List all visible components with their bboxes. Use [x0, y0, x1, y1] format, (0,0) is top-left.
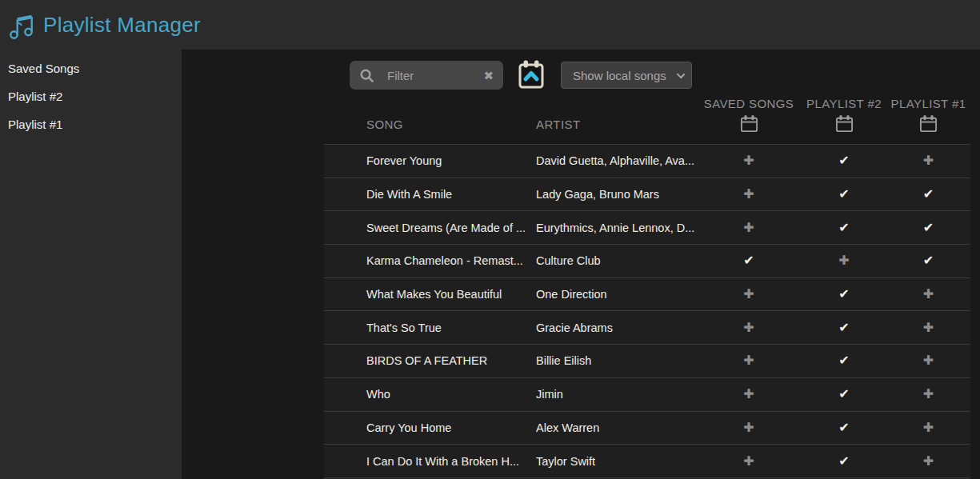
playlist-column-label: PLAYLIST #2	[806, 97, 882, 110]
song-row: Sweet Dreams (Are Made of ... Eurythmics…	[324, 210, 970, 244]
remove-from-playlist-check-icon[interactable]: ✔	[802, 455, 886, 468]
local-songs-select-wrap: Show local songs	[561, 62, 692, 89]
song-artist: One Direction	[536, 288, 696, 301]
sidebar-item-playlist-2[interactable]: Playlist #2	[0, 82, 182, 110]
song-row: Karma Chameleon - Remast... Culture Club…	[324, 244, 970, 277]
remove-from-playlist-check-icon[interactable]: ✔	[802, 222, 886, 234]
remove-from-playlist-check-icon[interactable]: ✔	[802, 388, 886, 401]
song-table: SONG ARTIST SAVED SONGS PLAYLIST #2 PLAY…	[324, 94, 970, 479]
song-artist: Taylor Swift	[536, 455, 696, 468]
sidebar-item-playlist-1[interactable]: Playlist #1	[0, 110, 182, 138]
song-table-body: Forever Young David Guetta, Alphaville, …	[324, 144, 970, 478]
add-to-playlist-plus-icon[interactable]: ✚	[696, 354, 802, 367]
song-artist: Eurythmics, Annie Lennox, D...	[536, 222, 696, 234]
song-title: That's So True	[324, 321, 536, 334]
add-to-playlist-plus-icon[interactable]: ✚	[696, 421, 802, 434]
remove-from-playlist-check-icon[interactable]: ✔	[802, 421, 886, 434]
playlist-column-label: PLAYLIST #1	[891, 97, 966, 110]
filter-box: ✖	[350, 61, 503, 90]
song-title: Karma Chameleon - Remast...	[324, 254, 536, 267]
add-to-playlist-plus-icon[interactable]: ✚	[696, 188, 802, 201]
remove-from-playlist-check-icon[interactable]: ✔	[886, 222, 970, 234]
song-title: Who	[324, 388, 536, 401]
song-title: What Makes You Beautiful	[324, 288, 536, 301]
search-icon	[359, 68, 374, 83]
song-row: BIRDS OF A FEATHER Billie Eilish ✚✔✚	[324, 344, 970, 377]
add-to-playlist-plus-icon[interactable]: ✚	[696, 154, 802, 167]
column-header-playlist-1: PLAYLIST #2	[802, 94, 886, 144]
remove-from-playlist-check-icon[interactable]: ✔	[696, 254, 802, 267]
app-header: Playlist Manager	[0, 0, 980, 50]
song-artist: Jimin	[536, 388, 696, 401]
calendar-sort-icon[interactable]	[919, 114, 938, 133]
calendar-sort-icon[interactable]	[740, 114, 758, 133]
page-title: Playlist Manager	[43, 13, 201, 38]
playlist-column-label: SAVED SONGS	[704, 97, 794, 110]
song-title: Die With A Smile	[324, 188, 536, 201]
sidebar-item-saved-songs[interactable]: Saved Songs	[0, 54, 182, 82]
remove-from-playlist-check-icon[interactable]: ✔	[802, 354, 886, 367]
remove-from-playlist-check-icon[interactable]: ✔	[886, 188, 970, 201]
song-table-header: SONG ARTIST SAVED SONGS PLAYLIST #2 PLAY…	[324, 94, 970, 144]
song-artist: Culture Club	[536, 254, 696, 267]
toolbar: ✖ Show local songs	[350, 59, 692, 91]
calendar-up-icon	[518, 59, 545, 91]
song-artist: David Guetta, Alphaville, Ava...	[536, 154, 696, 167]
add-to-playlist-plus-icon[interactable]: ✚	[886, 455, 970, 468]
main-panel: ✖ Show local songs SONG ARTIST SAVED	[182, 50, 980, 479]
add-to-playlist-plus-icon[interactable]: ✚	[886, 388, 970, 401]
song-artist: Billie Eilish	[536, 354, 696, 367]
clear-filter-icon[interactable]: ✖	[478, 70, 494, 82]
song-row: What Makes You Beautiful One Direction ✚…	[324, 277, 970, 311]
add-to-playlist-plus-icon[interactable]: ✚	[886, 321, 970, 334]
music-notes-icon	[8, 10, 37, 42]
song-title: Sweet Dreams (Are Made of ...	[324, 222, 536, 234]
add-to-playlist-plus-icon[interactable]: ✚	[696, 388, 802, 401]
add-to-playlist-plus-icon[interactable]: ✚	[886, 421, 970, 434]
calendar-sort-icon[interactable]	[835, 114, 854, 133]
song-title: Forever Young	[324, 154, 536, 167]
add-to-playlist-plus-icon[interactable]: ✚	[886, 354, 970, 367]
add-to-playlist-plus-icon[interactable]: ✚	[886, 154, 970, 167]
filter-input[interactable]	[387, 69, 478, 82]
song-artist: Alex Warren	[536, 421, 696, 434]
remove-from-playlist-check-icon[interactable]: ✔	[802, 154, 886, 167]
song-row: I Can Do It With a Broken H... Taylor Sw…	[324, 444, 970, 477]
song-artist: Gracie Abrams	[536, 321, 696, 334]
add-to-playlist-plus-icon[interactable]: ✚	[696, 222, 802, 234]
column-header-playlist-0: SAVED SONGS	[696, 94, 802, 144]
add-to-playlist-plus-icon[interactable]: ✚	[802, 254, 886, 267]
sort-by-date-button[interactable]	[518, 59, 545, 91]
song-row: Forever Young David Guetta, Alphaville, …	[324, 144, 970, 178]
add-to-playlist-plus-icon[interactable]: ✚	[696, 455, 802, 468]
sidebar: Saved Songs Playlist #2 Playlist #1	[0, 50, 182, 479]
add-to-playlist-plus-icon[interactable]: ✚	[886, 288, 970, 301]
remove-from-playlist-check-icon[interactable]: ✔	[802, 188, 886, 201]
song-row: Carry You Home Alex Warren ✚✔✚	[324, 411, 970, 445]
song-title: I Can Do It With a Broken H...	[324, 455, 536, 468]
local-songs-select[interactable]: Show local songs	[561, 62, 692, 89]
song-row: Die With A Smile Lady Gaga, Bruno Mars ✚…	[324, 178, 970, 211]
song-title: Carry You Home	[324, 421, 536, 434]
column-header-playlist-2: PLAYLIST #1	[886, 94, 970, 144]
remove-from-playlist-check-icon[interactable]: ✔	[802, 321, 886, 334]
column-header-artist: ARTIST	[536, 118, 696, 144]
column-header-song: SONG	[324, 118, 536, 144]
remove-from-playlist-check-icon[interactable]: ✔	[886, 254, 970, 267]
add-to-playlist-plus-icon[interactable]: ✚	[696, 288, 802, 301]
remove-from-playlist-check-icon[interactable]: ✔	[802, 288, 886, 301]
add-to-playlist-plus-icon[interactable]: ✚	[696, 321, 802, 334]
song-row: That's So True Gracie Abrams ✚✔✚	[324, 310, 970, 344]
song-row: Who Jimin ✚✔✚	[324, 377, 970, 411]
song-artist: Lady Gaga, Bruno Mars	[536, 188, 696, 201]
song-title: BIRDS OF A FEATHER	[324, 354, 536, 367]
